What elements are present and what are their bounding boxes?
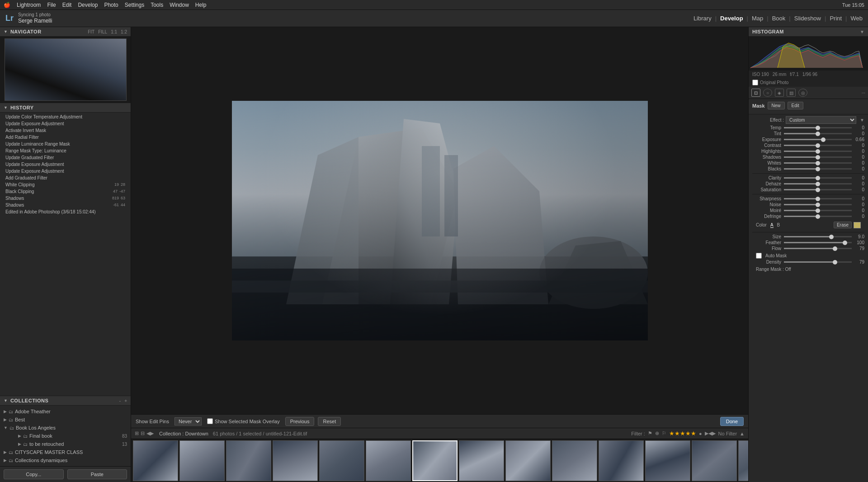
graduated-filter-icon[interactable]: ▤: [787, 89, 796, 97]
size-slider[interactable]: [784, 236, 852, 237]
menu-tools[interactable]: Tools: [151, 2, 163, 8]
copy-button[interactable]: Copy...: [4, 469, 64, 479]
effect-expand-icon[interactable]: ▼: [860, 118, 864, 123]
list-item[interactable]: White Clipping 1928: [0, 181, 131, 188]
nav-web[interactable]: Web: [851, 15, 863, 22]
nav-print[interactable]: Print: [830, 15, 842, 22]
spot-removal-icon[interactable]: ○: [763, 89, 772, 97]
navigator-header[interactable]: ▼ Navigator FIT FILL 1:1 1:2: [0, 27, 131, 37]
color-swatch[interactable]: [854, 222, 861, 228]
filmstrip-thumb[interactable]: [273, 440, 318, 481]
edit-pins-dropdown[interactable]: Never: [175, 417, 202, 425]
menu-photo[interactable]: Photo: [104, 2, 118, 8]
list-item[interactable]: Update Exposure Adjustment: [0, 161, 131, 168]
list-item[interactable]: Shadows -6144: [0, 202, 131, 208]
list-item[interactable]: Range Mask Type: Luminance: [0, 147, 131, 154]
filter-flag-icon[interactable]: ⚐: [662, 430, 666, 436]
collections-header[interactable]: ▼ Collections - +: [0, 396, 131, 406]
filter-adjust-icon[interactable]: ⊕: [655, 430, 659, 436]
list-item[interactable]: Update Exposure Adjustment: [0, 168, 131, 175]
filmstrip-thumb-selected[interactable]: [412, 440, 458, 481]
clarity-slider[interactable]: [784, 177, 852, 179]
shadows-slider[interactable]: [784, 156, 852, 158]
erase-button[interactable]: Erase: [834, 222, 852, 228]
nav-map[interactable]: Map: [752, 15, 763, 22]
edit-mask-button[interactable]: Edit: [788, 102, 803, 109]
moire-slider[interactable]: [784, 210, 852, 211]
filmstrip-thumb[interactable]: [319, 440, 364, 481]
navigator-preview-image[interactable]: [5, 38, 127, 101]
filmstrip-arrows[interactable]: ◀▶: [146, 430, 154, 436]
brush-b-tab[interactable]: B: [777, 222, 780, 228]
nav-fill[interactable]: FILL: [98, 29, 107, 34]
more-tools-icon[interactable]: ···: [862, 90, 865, 95]
list-item[interactable]: Update Color Temperature Adjustment: [0, 113, 131, 120]
list-item[interactable]: Update Luminance Range Mask: [0, 141, 131, 147]
list-item[interactable]: Update Exposure Adjustment: [0, 120, 131, 127]
history-header[interactable]: ▼ History: [0, 103, 131, 113]
effect-dropdown[interactable]: Custom: [786, 116, 856, 124]
dehaze-slider[interactable]: [784, 183, 852, 184]
paste-button[interactable]: Paste: [67, 469, 127, 479]
tint-slider[interactable]: [784, 133, 852, 134]
list-item[interactable]: Update Graduated Filter: [0, 154, 131, 161]
noise-slider[interactable]: [784, 204, 852, 205]
collection-item-best[interactable]: ▶ 🗂 Best: [0, 416, 131, 424]
red-eye-icon[interactable]: ◈: [775, 89, 784, 97]
highlights-slider[interactable]: [784, 151, 852, 152]
filmstrip-thumb[interactable]: [179, 440, 225, 481]
nav-slideshow[interactable]: Slideshow: [794, 15, 821, 22]
new-mask-button[interactable]: New: [768, 102, 785, 109]
filmstrip-thumb[interactable]: [226, 440, 271, 481]
menu-lightroom[interactable]: Lightroom: [17, 2, 41, 8]
auto-mask-checkbox[interactable]: [756, 253, 762, 259]
density-slider[interactable]: [784, 261, 852, 263]
defringe-slider[interactable]: [784, 216, 852, 217]
nav-book[interactable]: Book: [772, 15, 786, 22]
filmstrip-thumb[interactable]: [738, 440, 748, 481]
feather-slider[interactable]: [784, 242, 852, 243]
nav-develop[interactable]: Develop: [720, 15, 743, 22]
list-item[interactable]: Shadows 81963: [0, 195, 131, 202]
list-item[interactable]: Activate Invert Mask: [0, 127, 131, 134]
menu-help[interactable]: Help: [195, 2, 207, 8]
flow-slider[interactable]: [784, 248, 852, 249]
apple-menu[interactable]: 🍎: [4, 2, 10, 8]
filmstrip-icon-1[interactable]: ⊞: [135, 430, 139, 436]
filmstrip-thumb[interactable]: [366, 440, 411, 481]
reset-button[interactable]: Reset: [318, 417, 341, 426]
filter-icon[interactable]: ⚑: [648, 430, 652, 436]
crop-tool-icon[interactable]: ⊡: [751, 89, 760, 97]
collection-item-cityscape[interactable]: ▶ 🗂 CITYSCAPE MASTER CLASS: [0, 448, 131, 456]
filmstrip-thumb[interactable]: [645, 440, 690, 481]
done-button[interactable]: Done: [720, 417, 744, 426]
filmstrip-icon-2[interactable]: ⊟: [141, 430, 145, 436]
menu-file[interactable]: File: [47, 2, 56, 8]
nav-library[interactable]: Library: [693, 15, 712, 22]
filter-more[interactable]: ▶◀▶: [705, 430, 716, 436]
sharpness-slider[interactable]: [784, 198, 852, 199]
list-item[interactable]: Add Graduated Filter: [0, 175, 131, 181]
nav-fit[interactable]: FIT: [88, 29, 94, 34]
filmstrip-thumb[interactable]: [692, 440, 737, 481]
nav-1-2[interactable]: 1:2: [121, 29, 127, 34]
histogram-header[interactable]: Histogram ▼: [749, 27, 868, 37]
list-item[interactable]: Edited in Adobe Photoshop (3/6/18 15:02:…: [0, 208, 131, 215]
main-photo-view[interactable]: [232, 101, 648, 340]
menu-settings[interactable]: Settings: [125, 2, 144, 8]
collection-item-adobe-theather[interactable]: ▶ 🗂 Adobe Theather: [0, 407, 131, 416]
filter-color-icon[interactable]: ●: [699, 431, 702, 436]
collection-item-book-la[interactable]: ▼ 🗂 Book Los Angeles: [0, 424, 131, 432]
saturation-slider[interactable]: [784, 189, 852, 190]
previous-button[interactable]: Previous: [285, 417, 315, 426]
collection-item-final-book[interactable]: ▶ 🗂 Final book 83: [0, 432, 131, 440]
collections-plus[interactable]: +: [124, 398, 127, 403]
show-overlay-checkbox[interactable]: [207, 418, 213, 424]
list-item[interactable]: Black Clipping 47-47: [0, 188, 131, 195]
collection-item-to-be-retouched[interactable]: ▶ 🗂 to be retouched 13: [0, 440, 131, 448]
menu-window[interactable]: Window: [170, 2, 189, 8]
whites-slider[interactable]: [784, 162, 852, 164]
filmstrip-thumb[interactable]: [599, 440, 644, 481]
blacks-slider[interactable]: [784, 168, 852, 170]
filmstrip-expand[interactable]: ▲: [740, 431, 745, 436]
